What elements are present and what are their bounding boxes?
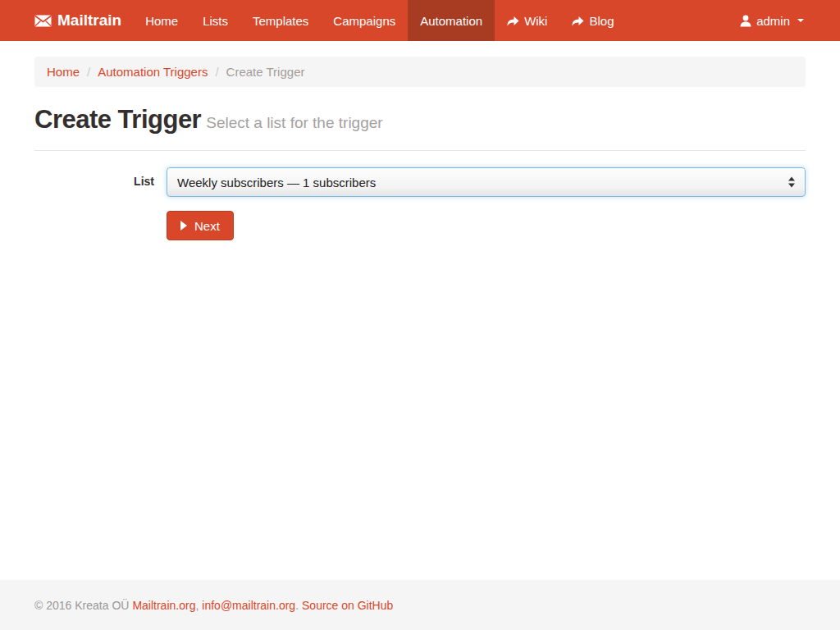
mailtrain-org-link[interactable]: Mailtrain.org <box>132 599 195 612</box>
copyright-text: © 2016 Kreata OÜ <box>34 599 129 612</box>
page-title: Create TriggerSelect a list for the trig… <box>34 105 806 135</box>
contact-email-link[interactable]: info@mailtrain.org <box>202 599 295 612</box>
main-content: Home / Automation Triggers / Create Trig… <box>22 41 818 240</box>
next-button-label: Next <box>194 219 220 233</box>
brand-label: Mailtrain <box>57 11 121 30</box>
share-arrow-icon <box>572 16 584 26</box>
breadcrumb-current: Create Trigger <box>226 65 305 79</box>
footer-separator: , <box>195 599 199 612</box>
caret-down-icon <box>797 19 804 22</box>
nav-item-home[interactable]: Home <box>133 0 190 41</box>
create-trigger-form: List Weekly subscribers — 1 subscribers … <box>34 167 806 240</box>
header-divider <box>34 150 806 151</box>
brand-logo[interactable]: Mailtrain <box>34 0 133 41</box>
next-button[interactable]: Next <box>167 211 234 240</box>
footer: © 2016 Kreata OÜMailtrain.org,info@mailt… <box>0 580 840 630</box>
breadcrumb-automation-triggers[interactable]: Automation Triggers <box>98 65 208 79</box>
nav-item-automation[interactable]: Automation <box>408 0 495 41</box>
breadcrumb-separator: / <box>87 65 90 79</box>
share-arrow-icon <box>507 16 519 26</box>
breadcrumb: Home / Automation Triggers / Create Trig… <box>34 57 806 87</box>
list-select[interactable]: Weekly subscribers — 1 subscribers <box>167 167 806 197</box>
user-label: admin <box>756 14 790 28</box>
breadcrumb-home[interactable]: Home <box>47 65 80 79</box>
list-select-value: Weekly subscribers — 1 subscribers <box>177 176 376 189</box>
footer-separator: . <box>295 599 299 612</box>
nav-item-wiki[interactable]: Wiki <box>495 0 559 41</box>
user-icon <box>740 15 751 27</box>
list-label: List <box>34 167 167 188</box>
navbar: Mailtrain Home Lists Templates Campaigns… <box>0 0 840 41</box>
envelope-icon <box>34 15 52 27</box>
nav-item-blog[interactable]: Blog <box>559 0 626 41</box>
play-icon <box>180 221 187 231</box>
breadcrumb-separator: / <box>215 65 218 79</box>
nav-item-lists[interactable]: Lists <box>190 0 240 41</box>
source-github-link[interactable]: Source on GitHub <box>302 599 393 612</box>
nav-item-templates[interactable]: Templates <box>240 0 321 41</box>
page-subtitle: Select a list for the trigger <box>206 114 382 131</box>
select-arrows-icon <box>788 177 795 188</box>
main-nav: Home Lists Templates Campaigns Automatio… <box>133 0 626 41</box>
user-menu[interactable]: admin <box>728 0 806 41</box>
nav-item-campaigns[interactable]: Campaigns <box>321 0 408 41</box>
